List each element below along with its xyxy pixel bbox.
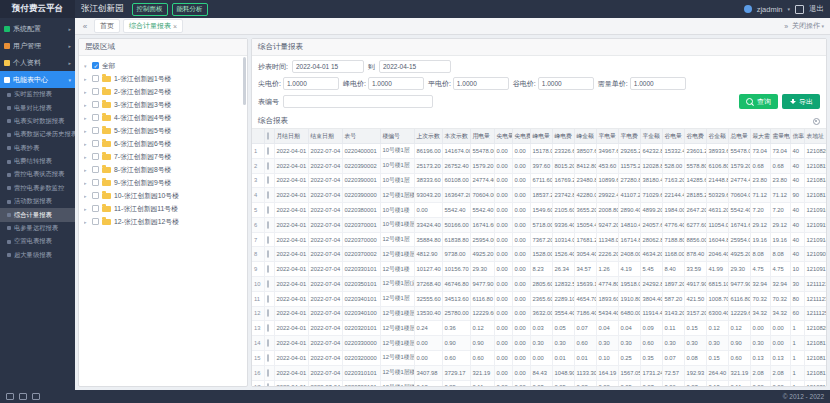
tree-item[interactable]: ▸10-张江创新园10号楼 <box>84 189 242 202</box>
checkbox[interactable] <box>92 192 99 199</box>
price-input[interactable] <box>368 77 424 90</box>
expander-icon[interactable]: ▸ <box>84 115 89 121</box>
sidebar-item-user-management[interactable]: 用户管理▸ <box>0 37 75 54</box>
tab-report[interactable]: 综合计量报表× <box>123 19 183 33</box>
table-row[interactable]: 162022-04-012022-07-04022031010112号楼1层楼3… <box>252 365 826 380</box>
tree-item[interactable]: ▸9-张江创新园9号楼 <box>84 176 242 189</box>
checkbox[interactable] <box>92 75 99 82</box>
table-row[interactable]: 152022-04-012022-07-04022032000012号楼1楼层0… <box>252 350 826 365</box>
checkbox[interactable] <box>267 206 269 214</box>
table-row[interactable]: 82022-04-012022-07-04022037000212号楼1楼层48… <box>252 247 826 262</box>
table-row[interactable]: 22022-04-012022-07-04022039000210号楼1层251… <box>252 158 826 173</box>
table-row[interactable]: 42022-04-012022-07-04022039000012号楼1层楼93… <box>252 188 826 203</box>
export-button[interactable]: 导出 <box>782 94 820 109</box>
table-row[interactable]: 132022-04-012022-07-04022032010112号楼1楼层0… <box>252 321 826 336</box>
checkbox[interactable] <box>92 140 99 147</box>
checkbox[interactable] <box>267 309 269 317</box>
checkbox[interactable] <box>267 280 269 288</box>
close-icon[interactable]: × <box>173 23 177 30</box>
tab-scroll-right-icon[interactable]: » <box>784 23 788 30</box>
checkbox[interactable] <box>92 114 99 121</box>
checkbox[interactable] <box>267 191 269 199</box>
table-row[interactable]: 32022-04-012022-07-04022039000110号楼1层383… <box>252 173 826 188</box>
tree-item[interactable]: ▸5-张江创新园5号楼 <box>84 124 242 137</box>
checkbox[interactable] <box>267 339 269 347</box>
checkbox[interactable] <box>267 383 269 386</box>
checkbox[interactable] <box>267 236 269 244</box>
checkbox[interactable] <box>267 147 269 155</box>
username[interactable]: zjadmin <box>757 5 783 14</box>
tree-item[interactable]: ▸3-张江创新园3号楼 <box>84 98 242 111</box>
checkbox[interactable] <box>267 250 269 258</box>
date-to-input[interactable] <box>379 60 451 73</box>
table-row[interactable]: 142022-04-012022-07-04022033000012号楼1楼层0… <box>252 336 826 351</box>
checkbox[interactable] <box>267 369 269 377</box>
tree-item[interactable]: ▸2-张江创新园2号楼 <box>84 85 242 98</box>
sidebar-item-meter-center[interactable]: 电能表中心▾ <box>0 71 75 88</box>
sidebar-subitem[interactable]: 电表实时数据报表 <box>0 115 75 128</box>
energy-analysis-button[interactable]: 能耗分析 <box>172 3 208 16</box>
checkbox[interactable] <box>267 221 269 229</box>
expander-icon[interactable]: ▸ <box>84 154 89 160</box>
checkbox[interactable] <box>92 127 99 134</box>
sidebar-item-system-config[interactable]: 系统配置▸ <box>0 20 75 37</box>
table-row[interactable]: 102022-04-012022-07-04022035010112号楼1层(后… <box>252 277 826 292</box>
checkbox[interactable] <box>267 324 269 332</box>
tree-item[interactable]: ▸7-张江创新园7号楼 <box>84 150 242 163</box>
table-scroll-area[interactable]: 月结日期结束日期表号楼编号上次示数本次示数用电量尖电量尖电费峰电量峰电费峰金额平… <box>252 128 826 386</box>
checkbox[interactable] <box>267 176 269 184</box>
tab-home[interactable]: 首页 <box>94 19 120 33</box>
search-button[interactable]: 查询 <box>739 94 778 109</box>
avatar[interactable] <box>744 5 752 13</box>
checkbox[interactable] <box>92 205 99 212</box>
sidebar-item-profile[interactable]: 个人资料▸ <box>0 54 75 71</box>
sidebar-subitem[interactable]: 电参量远程报表 <box>0 222 75 235</box>
sidebar-subitem[interactable]: 实时监控报表 <box>0 88 75 101</box>
expander-icon[interactable]: ▸ <box>84 128 89 134</box>
price-input[interactable] <box>283 77 339 90</box>
table-row[interactable]: 12022-04-012022-07-04022040000110号楼1层861… <box>252 144 826 159</box>
tree-item[interactable]: ▸8-张江创新园8号楼 <box>84 163 242 176</box>
checkbox[interactable] <box>92 101 99 108</box>
sidebar-subitem[interactable]: 综合计量报表 <box>0 208 75 221</box>
table-row[interactable]: 112022-04-012022-07-04022034010112号楼1层32… <box>252 291 826 306</box>
sidebar-subitem[interactable]: 电量对比报表 <box>0 101 75 114</box>
monitor-icon[interactable] <box>6 393 14 400</box>
sidebar-collapse-button[interactable]: « <box>79 22 91 31</box>
gear-icon[interactable] <box>813 118 820 125</box>
table-row[interactable]: 62022-04-012022-07-04022037000110号楼1楼层33… <box>252 217 826 232</box>
table-row[interactable]: 92022-04-012022-07-04022033010112号楼1楼101… <box>252 262 826 277</box>
tree-item[interactable]: ▸12-张江创新园12号楼 <box>84 215 242 228</box>
checkbox[interactable] <box>92 153 99 160</box>
expander-icon[interactable]: ▸ <box>84 193 89 199</box>
sidebar-subitem[interactable]: 活动数据报表 <box>0 195 75 208</box>
checkbox[interactable] <box>92 179 99 186</box>
sidebar-subitem[interactable]: 空置电表报表 <box>0 235 75 248</box>
expander-icon[interactable]: ▸ <box>84 167 89 173</box>
checkbox[interactable] <box>92 62 99 69</box>
checkbox[interactable] <box>267 265 269 273</box>
tree-item[interactable]: ▸1-张江创新园1号楼 <box>84 72 242 85</box>
expander-icon[interactable]: ▸ <box>84 219 89 225</box>
tree-root[interactable]: ▾ 全部 <box>84 59 242 72</box>
table-row[interactable]: 72022-04-012022-07-04022037000012号楼1层358… <box>252 232 826 247</box>
meter-number-input[interactable] <box>283 95 433 108</box>
date-from-input[interactable] <box>292 60 364 73</box>
table-row[interactable]: 52022-04-012022-07-04022038000110号楼1楼0.0… <box>252 203 826 218</box>
tree-item[interactable]: ▸4-张江创新园4号楼 <box>84 111 242 124</box>
checkbox[interactable] <box>92 166 99 173</box>
user-icon[interactable] <box>32 393 40 400</box>
sidebar-subitem[interactable]: 营控电表参数监控 <box>0 182 75 195</box>
price-input[interactable] <box>630 77 686 90</box>
sidebar-subitem[interactable]: 电表数据记录历史报表 <box>0 128 75 141</box>
tree-item[interactable]: ▸11-张江创新园11号楼 <box>84 202 242 215</box>
checkbox[interactable] <box>92 88 99 95</box>
close-operations-dropdown[interactable]: 关闭操作 ▾ <box>792 21 824 31</box>
sidebar-subitem[interactable]: 超大量级报表 <box>0 249 75 262</box>
expander-icon[interactable]: ▸ <box>84 180 89 186</box>
fullscreen-icon[interactable] <box>795 5 804 14</box>
sidebar-subitem[interactable]: 电表抄表 <box>0 142 75 155</box>
select-all-checkbox[interactable] <box>267 132 269 140</box>
tree-item[interactable]: ▸6-张江创新园6号楼 <box>84 137 242 150</box>
checkbox[interactable] <box>267 354 269 362</box>
